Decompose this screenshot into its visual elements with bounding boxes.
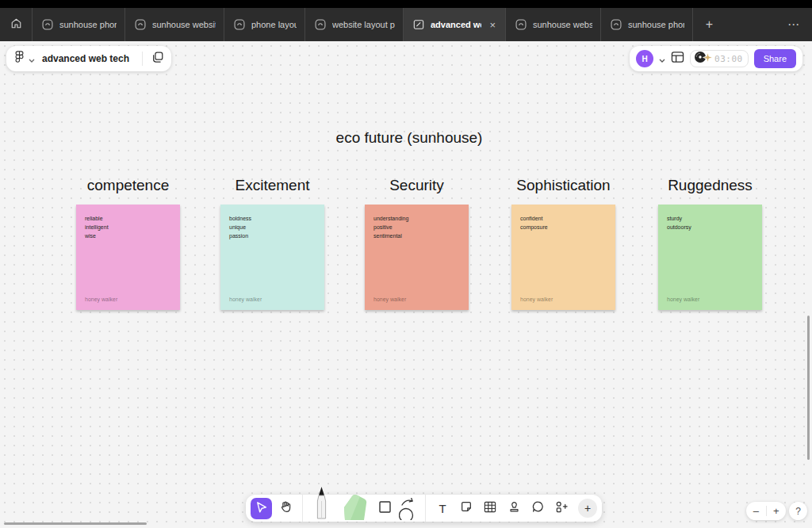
tab-label: website layout pc	[332, 20, 395, 29]
comment-bubble-icon	[531, 500, 544, 516]
sticky-line: sturdy	[667, 214, 753, 223]
sticky-note[interactable]: boldnessuniquepassionhoney walker	[220, 205, 324, 310]
group-heading[interactable]: Ruggedness	[658, 177, 762, 197]
sticky-line: passion	[229, 231, 316, 240]
sticky-group-security: Securityunderstandingpositivesentimental…	[365, 177, 469, 310]
sticky-line: intelligent	[85, 223, 171, 231]
timer-widget[interactable]: 03:00	[690, 50, 749, 67]
sticky-line: wise	[85, 231, 171, 240]
table-icon	[484, 501, 496, 516]
figjam-board-icon	[413, 19, 424, 30]
tab-label: sunhouse phone	[628, 20, 684, 29]
figjam-canvas[interactable]: eco future (sunhouse) competencereliable…	[0, 41, 812, 528]
sticky-line: boldness	[229, 214, 316, 223]
board-title[interactable]: eco future (sunhouse)	[0, 129, 812, 147]
sticky-note[interactable]: sturdyoutdoorsyhoney walker	[658, 205, 762, 310]
select-tool[interactable]	[251, 498, 272, 519]
sticky-author: honey walker	[373, 297, 406, 302]
stamp-tool[interactable]	[504, 497, 524, 519]
browser-tab-bar: sunhouse phone (high fidsunhouse website…	[0, 8, 812, 41]
home-button[interactable]	[0, 8, 32, 41]
file-menu-chevron-icon[interactable]	[29, 52, 35, 66]
share-button[interactable]: Share	[754, 49, 796, 68]
sticky-author: honey walker	[229, 297, 262, 302]
shape-tool[interactable]	[374, 497, 395, 519]
sticky-note[interactable]: confidentcomposurehoney walker	[511, 205, 615, 310]
figjam-file-icon	[315, 19, 326, 30]
figjam-file-icon	[42, 19, 53, 30]
duplicate-file-icon[interactable]	[151, 51, 164, 67]
hand-icon	[278, 499, 293, 517]
square-shape-icon	[379, 501, 391, 516]
sticky-note-icon	[460, 500, 473, 516]
figjam-file-icon	[234, 19, 245, 30]
sticky-author: honey walker	[85, 297, 117, 302]
tab-phone-layout-pc[interactable]: phone layout pc	[224, 8, 304, 41]
tab-label: sunhouse phone (high fid	[59, 20, 117, 29]
tab-label: sunhouse website (high f	[152, 20, 216, 29]
add-tool-button[interactable]: +	[578, 499, 597, 518]
sticky-line: unique	[229, 223, 316, 231]
sticky-note[interactable]: reliableintelligentwisehoney walker	[76, 205, 180, 310]
tab-website-layout-pc[interactable]: website layout pc	[304, 8, 403, 41]
sticky-line: sentimental	[373, 231, 460, 240]
group-heading[interactable]: Security	[365, 177, 469, 197]
avatar-chevron-icon[interactable]	[659, 52, 665, 66]
more-tools[interactable]	[551, 497, 572, 519]
more-tools-icon	[555, 500, 569, 517]
sticky-line: outdoorsy	[667, 223, 753, 231]
tab-overflow-button[interactable]: ⋯	[776, 8, 812, 41]
connector-arrow-icon	[399, 498, 418, 522]
collab-pill: H 03:00 Share	[630, 46, 802, 71]
text-tool[interactable]: T	[432, 497, 453, 519]
figjam-file-icon	[135, 19, 146, 30]
sticky-group-excitement: Excitementboldnessuniquepassionhoney wal…	[220, 177, 324, 310]
file-name[interactable]: advanced web tech	[42, 53, 129, 64]
tab-sunhouse-website-high-f[interactable]: sunhouse website (high f	[124, 8, 224, 41]
tab-sunhouse-website[interactable]: sunhouse website	[505, 8, 600, 41]
vertical-scrollbar[interactable]	[807, 316, 810, 460]
group-heading[interactable]: competence	[76, 177, 180, 197]
timer-value: 03:00	[714, 54, 743, 64]
highlighter-tool[interactable]	[336, 497, 371, 519]
home-icon	[10, 17, 22, 33]
sticky-line: positive	[373, 223, 460, 231]
tab-sunhouse-phone-high-fid[interactable]: sunhouse phone (high fid	[32, 8, 124, 41]
zoom-controls: – +	[746, 502, 786, 520]
new-tab-button[interactable]: +	[692, 8, 726, 41]
horizontal-scrollbar[interactable]	[4, 522, 147, 525]
sticky-group-competence: competencereliableintelligentwisehoney w…	[76, 177, 180, 310]
toolbar-divider	[425, 495, 426, 522]
hand-tool[interactable]	[275, 497, 296, 519]
group-heading[interactable]: Sophistication	[511, 177, 615, 197]
table-tool[interactable]	[480, 497, 500, 519]
tab-advanced-web-tech[interactable]: advanced web tech×	[403, 8, 505, 41]
sticky-line: composure	[520, 223, 607, 231]
minimize-ui-icon[interactable]	[671, 51, 684, 67]
zoom-in-button[interactable]: +	[767, 502, 787, 520]
file-pill-divider	[142, 52, 143, 66]
tab-label: advanced web tech	[431, 20, 481, 29]
text-tool-icon: T	[439, 502, 446, 515]
group-heading[interactable]: Excitement	[220, 177, 324, 197]
tab-close-icon[interactable]: ×	[488, 19, 497, 31]
help-button[interactable]: ?	[789, 502, 807, 520]
figma-logo-icon[interactable]	[15, 51, 24, 67]
cursor-icon	[255, 500, 268, 517]
sticky-group-sophistication: Sophisticationconfidentcomposurehoney wa…	[511, 177, 615, 310]
sticky-author: honey walker	[667, 297, 699, 302]
toolbar-divider	[302, 495, 303, 522]
sticky-note[interactable]: understandingpositivesentimentalhoney wa…	[365, 205, 469, 310]
comment-tool[interactable]	[527, 497, 548, 519]
avatar[interactable]: H	[636, 50, 653, 67]
tab-sunhouse-phone[interactable]: sunhouse phone	[600, 8, 692, 41]
marker-tool[interactable]	[309, 497, 333, 519]
sticky-line: understanding	[373, 214, 460, 223]
sticky-note-tool[interactable]	[456, 497, 477, 519]
zoom-out-button[interactable]: –	[746, 502, 766, 520]
sticky-line: confident	[520, 214, 607, 223]
connector-tool[interactable]	[398, 498, 419, 522]
sticky-group-ruggedness: Ruggednesssturdyoutdoorsyhoney walker	[658, 177, 762, 310]
sticky-author: honey walker	[520, 297, 553, 302]
figjam-file-icon	[611, 19, 622, 30]
